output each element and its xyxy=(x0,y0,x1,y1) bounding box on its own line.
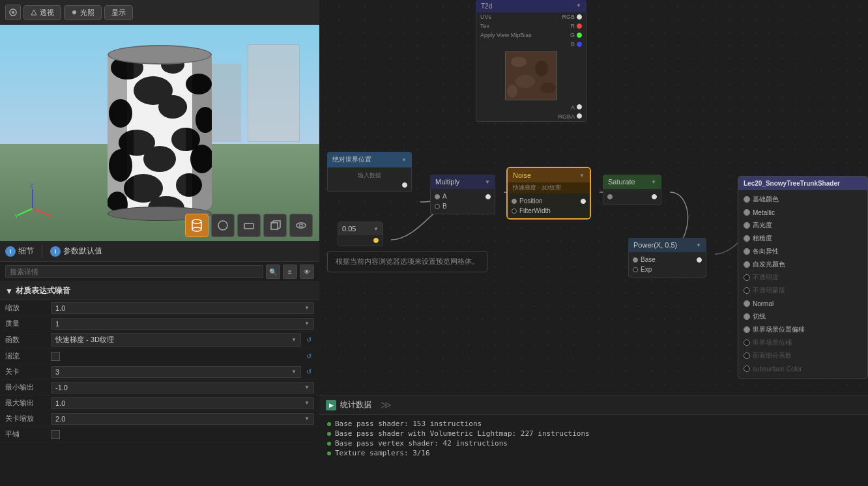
prop-row-scale: 缩放 1.0 ▼ xyxy=(0,300,319,316)
shader-normal-pin[interactable] xyxy=(744,300,750,307)
abs-world-node[interactable]: 绝对世界位置 ▼ 输入数据 xyxy=(327,152,412,192)
shader-label: Lec20_SnowyTreeTrunkShader xyxy=(744,180,840,187)
prop-input-function[interactable]: 快速梯度 - 3D纹理 ▼ xyxy=(51,333,301,347)
shader-row-tangent: 切线 xyxy=(738,310,867,323)
power-node[interactable]: Power(X, 0.5) ▼ Base Exp xyxy=(628,238,706,278)
details-section2[interactable]: i 参数默认值 xyxy=(50,246,102,257)
abs-world-header: 绝对世界位置 ▼ xyxy=(327,152,412,167)
noise-filterwidth-pin[interactable] xyxy=(512,208,517,214)
power-exp-pin[interactable] xyxy=(633,267,638,272)
const-chevron: ▼ xyxy=(373,226,379,232)
shader-base-color-pin[interactable] xyxy=(744,196,750,203)
noise-out-pin[interactable] xyxy=(581,199,586,204)
multiply-label: Multiply xyxy=(435,178,459,186)
shape-torus-btn[interactable] xyxy=(289,214,313,237)
shader-specular-pin[interactable] xyxy=(744,222,750,229)
noise-position-pin[interactable] xyxy=(512,199,517,204)
shader-tangent-pin[interactable] xyxy=(744,313,750,320)
shader-emissive-pin[interactable] xyxy=(744,261,750,268)
shader-metallic-pin[interactable] xyxy=(744,209,750,216)
stats-panel: ▶ 统计数据 ≫ Base pass shader: 153 instructi… xyxy=(319,395,868,486)
shader-world-pos-offset-pin[interactable] xyxy=(744,326,750,333)
tex-a-pin[interactable] xyxy=(577,104,582,109)
prop-input-scale[interactable]: 1.0 ▼ xyxy=(51,302,314,314)
shape-plane-btn[interactable] xyxy=(237,214,261,237)
prop-checkbox-tile[interactable] xyxy=(51,430,60,439)
prop-input-levelscale[interactable]: 2.0 ▼ xyxy=(51,413,314,425)
multiply-b-pin[interactable] xyxy=(435,204,440,209)
prop-input-maxout[interactable]: 1.0 ▼ xyxy=(51,397,314,409)
viewport-show-btn[interactable]: 显示 xyxy=(104,5,133,20)
shape-sphere-btn[interactable] xyxy=(211,214,235,237)
shader-world-scene-pin[interactable] xyxy=(744,339,750,346)
const-out-pin[interactable] xyxy=(373,238,379,243)
function-arrow: ▼ xyxy=(291,337,297,343)
const-label: 0.05 xyxy=(342,225,356,233)
prop-input-levels[interactable]: 3 ▼ xyxy=(51,366,301,378)
power-base-in-pin[interactable] xyxy=(633,257,638,263)
shader-opacity-mask-pin[interactable] xyxy=(744,287,750,294)
power-chevron: ▼ xyxy=(696,242,701,248)
lighting-label: 光照 xyxy=(80,8,94,18)
material-section-header[interactable]: ▼ 材质表达式噪音 xyxy=(0,282,319,300)
prop-value-minout: -1.0 ▼ xyxy=(51,382,314,393)
shape-cylinder-btn[interactable] xyxy=(185,214,209,237)
search-button[interactable]: 🔍 xyxy=(266,264,280,279)
saturate-in-pin[interactable] xyxy=(607,194,613,199)
viewport-lighting-btn[interactable]: 光照 xyxy=(64,5,102,20)
tex-r-pin[interactable] xyxy=(577,23,582,29)
prop-reset-levels[interactable]: ↺ xyxy=(304,367,314,377)
tex-rgba-pin[interactable] xyxy=(577,113,582,119)
texture-node[interactable]: T2d ▼ UVs RGB Tex R xyxy=(476,0,586,122)
abs-world-out-pin[interactable] xyxy=(402,182,407,188)
shader-subsurface-pin[interactable] xyxy=(744,365,750,372)
list-view-btn[interactable]: ≡ xyxy=(283,264,297,279)
shader-node[interactable]: Lec20_SnowyTreeTrunkShader 基础颜色 Metallic… xyxy=(738,176,868,379)
shader-opacity-pin[interactable] xyxy=(744,274,750,281)
abs-world-body: 输入数据 xyxy=(327,167,412,192)
svg-point-33 xyxy=(218,221,227,230)
shader-anisotropy-pin[interactable] xyxy=(744,248,750,255)
prop-reset-function[interactable]: ↺ xyxy=(304,335,314,345)
shader-roughness-pin[interactable] xyxy=(744,235,750,242)
multiply-a-pin[interactable] xyxy=(435,194,440,199)
shader-row-anisotropy: 各向异性 xyxy=(738,245,867,258)
stats-collapse[interactable]: ≫ xyxy=(381,399,392,411)
multiply-out-pin[interactable] xyxy=(485,194,491,199)
tex-g-pin[interactable] xyxy=(577,33,582,38)
tex-b-pin[interactable] xyxy=(577,42,582,47)
prop-checkbox-turbulence[interactable] xyxy=(51,352,60,361)
node-canvas[interactable]: T2d ▼ UVs RGB Tex R xyxy=(319,0,868,395)
shader-header: Lec20_SnowyTreeTrunkShader xyxy=(738,177,867,190)
const-node[interactable]: 0.05 ▼ xyxy=(338,222,383,246)
prop-input-quality[interactable]: 1 ▼ xyxy=(51,318,314,330)
abs-world-chevron: ▼ xyxy=(401,157,407,163)
multiply-node[interactable]: Multiply ▼ A B xyxy=(430,175,495,214)
noise-node[interactable]: Noise ▼ 快速梯度 - 3D纹理 Position FilterWidth xyxy=(506,167,591,220)
prop-row-turbulence: 湍流 ↺ xyxy=(0,349,319,364)
viewport-perspective-btn[interactable]: 透视 xyxy=(23,5,61,20)
svg-point-2 xyxy=(72,10,76,14)
prop-input-minout[interactable]: -1.0 ▼ xyxy=(51,382,314,393)
saturate-node[interactable]: Saturate ▼ xyxy=(603,175,661,205)
tex-rgb-pin[interactable] xyxy=(577,14,582,20)
search-bar: 🔍 ≡ 👁 xyxy=(0,262,319,282)
prop-row-levelscale: 关卡缩放 2.0 ▼ xyxy=(0,411,319,427)
stats-header[interactable]: ▶ 统计数据 ≫ xyxy=(319,395,868,415)
shape-cube-btn[interactable] xyxy=(263,214,287,237)
scale-arrow: ▼ xyxy=(304,305,310,311)
search-input[interactable] xyxy=(5,265,263,278)
details-section1[interactable]: i 细节 xyxy=(5,246,34,257)
stats-body: Base pass shader: 153 instructions Base … xyxy=(319,415,868,486)
svg-point-32 xyxy=(192,227,201,231)
power-out-pin[interactable] xyxy=(697,257,702,263)
viewport-settings-btn[interactable] xyxy=(5,5,21,20)
left-panel: 透视 光照 显示 xyxy=(0,0,319,486)
shader-tessellation-pin[interactable] xyxy=(744,352,750,359)
svg-point-37 xyxy=(297,223,306,228)
saturate-out-pin[interactable] xyxy=(652,194,657,199)
prop-reset-turbulence[interactable]: ↺ xyxy=(304,351,314,362)
shader-row-metallic: Metallic xyxy=(738,206,867,219)
prop-label-maxout: 最大输出 xyxy=(5,398,51,408)
eye-btn[interactable]: 👁 xyxy=(300,264,314,279)
